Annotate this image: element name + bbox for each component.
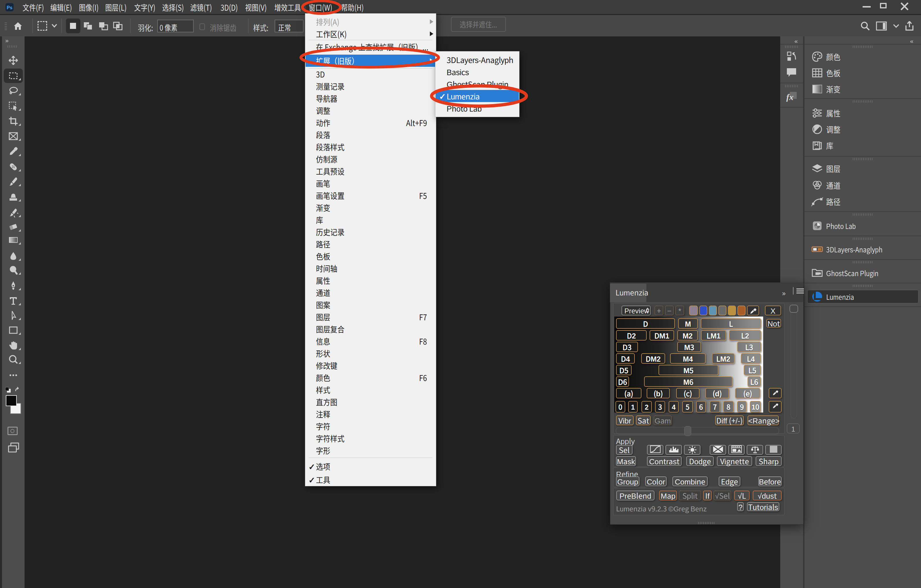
svg-text:fx: fx <box>786 92 794 102</box>
